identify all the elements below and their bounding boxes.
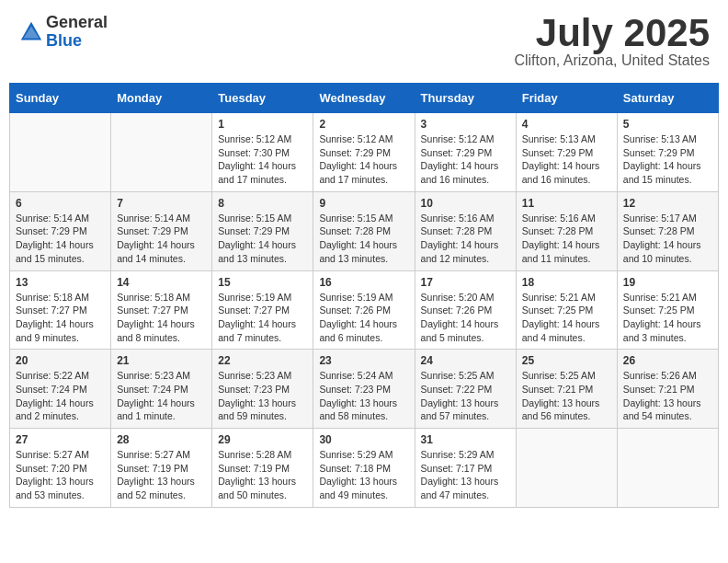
day-info: Sunrise: 5:23 AMSunset: 7:23 PMDaylight:… xyxy=(218,369,307,423)
weekday-header-row: SundayMondayTuesdayWednesdayThursdayFrid… xyxy=(10,84,719,113)
calendar-cell: 28Sunrise: 5:27 AMSunset: 7:19 PMDayligh… xyxy=(111,429,212,508)
day-info: Sunrise: 5:12 AMSunset: 7:29 PMDaylight:… xyxy=(421,132,510,187)
day-number: 18 xyxy=(522,276,611,289)
day-number: 20 xyxy=(16,354,105,367)
day-info: Sunrise: 5:23 AMSunset: 7:24 PMDaylight:… xyxy=(117,369,206,423)
day-info: Sunrise: 5:19 AMSunset: 7:26 PMDaylight:… xyxy=(319,291,408,345)
calendar-cell: 16Sunrise: 5:19 AMSunset: 7:26 PMDayligh… xyxy=(313,270,415,350)
day-number: 22 xyxy=(218,354,307,367)
day-info: Sunrise: 5:28 AMSunset: 7:19 PMDaylight:… xyxy=(218,448,307,502)
day-number: 24 xyxy=(421,354,510,367)
day-info: Sunrise: 5:13 AMSunset: 7:29 PMDaylight:… xyxy=(522,132,611,187)
weekday-header-sunday: Sunday xyxy=(10,84,111,113)
day-number: 3 xyxy=(421,118,510,131)
day-number: 28 xyxy=(117,433,206,446)
day-number: 10 xyxy=(421,197,510,210)
title-block: July 2025 Clifton, Arizona, United State… xyxy=(514,14,710,69)
day-number: 4 xyxy=(522,118,611,131)
calendar-cell: 31Sunrise: 5:29 AMSunset: 7:17 PMDayligh… xyxy=(415,429,516,508)
day-info: Sunrise: 5:17 AMSunset: 7:28 PMDaylight:… xyxy=(623,212,712,266)
day-info: Sunrise: 5:21 AMSunset: 7:25 PMDaylight:… xyxy=(522,291,611,345)
calendar-cell: 18Sunrise: 5:21 AMSunset: 7:25 PMDayligh… xyxy=(516,270,617,350)
day-info: Sunrise: 5:21 AMSunset: 7:25 PMDaylight:… xyxy=(623,291,712,345)
week-row-5: 27Sunrise: 5:27 AMSunset: 7:20 PMDayligh… xyxy=(10,429,719,508)
calendar-cell: 14Sunrise: 5:18 AMSunset: 7:27 PMDayligh… xyxy=(111,270,212,350)
day-number: 13 xyxy=(16,276,105,289)
day-info: Sunrise: 5:19 AMSunset: 7:27 PMDaylight:… xyxy=(218,291,307,345)
day-info: Sunrise: 5:22 AMSunset: 7:24 PMDaylight:… xyxy=(16,369,105,423)
calendar-cell: 9Sunrise: 5:15 AMSunset: 7:28 PMDaylight… xyxy=(313,191,415,270)
day-number: 7 xyxy=(117,197,206,210)
day-info: Sunrise: 5:24 AMSunset: 7:23 PMDaylight:… xyxy=(319,369,408,423)
calendar-cell: 2Sunrise: 5:12 AMSunset: 7:29 PMDaylight… xyxy=(313,113,415,192)
calendar-cell: 11Sunrise: 5:16 AMSunset: 7:28 PMDayligh… xyxy=(516,191,617,270)
week-row-1: 1Sunrise: 5:12 AMSunset: 7:30 PMDaylight… xyxy=(10,113,719,192)
calendar-cell: 24Sunrise: 5:25 AMSunset: 7:22 PMDayligh… xyxy=(415,350,516,429)
calendar-cell xyxy=(617,429,718,508)
day-number: 27 xyxy=(16,433,105,446)
calendar-cell: 26Sunrise: 5:26 AMSunset: 7:21 PMDayligh… xyxy=(617,350,718,429)
calendar-cell: 20Sunrise: 5:22 AMSunset: 7:24 PMDayligh… xyxy=(10,350,111,429)
calendar-cell: 23Sunrise: 5:24 AMSunset: 7:23 PMDayligh… xyxy=(313,350,415,429)
calendar-cell: 8Sunrise: 5:15 AMSunset: 7:29 PMDaylight… xyxy=(212,191,313,270)
day-number: 31 xyxy=(421,433,510,446)
calendar-cell: 13Sunrise: 5:18 AMSunset: 7:27 PMDayligh… xyxy=(10,270,111,350)
day-info: Sunrise: 5:27 AMSunset: 7:19 PMDaylight:… xyxy=(117,448,206,502)
logo-text: General Blue xyxy=(46,14,108,51)
day-number: 29 xyxy=(218,433,307,446)
day-number: 11 xyxy=(522,197,611,210)
week-row-3: 13Sunrise: 5:18 AMSunset: 7:27 PMDayligh… xyxy=(10,270,719,350)
day-number: 8 xyxy=(218,197,307,210)
week-row-4: 20Sunrise: 5:22 AMSunset: 7:24 PMDayligh… xyxy=(10,350,719,429)
day-number: 26 xyxy=(623,354,712,367)
day-number: 30 xyxy=(319,433,408,446)
day-info: Sunrise: 5:12 AMSunset: 7:30 PMDaylight:… xyxy=(218,132,307,187)
day-number: 16 xyxy=(319,276,408,289)
day-info: Sunrise: 5:25 AMSunset: 7:21 PMDaylight:… xyxy=(522,369,611,423)
calendar-cell: 3Sunrise: 5:12 AMSunset: 7:29 PMDaylight… xyxy=(415,113,516,192)
day-info: Sunrise: 5:15 AMSunset: 7:29 PMDaylight:… xyxy=(218,212,307,266)
logo-icon xyxy=(18,19,44,45)
day-number: 19 xyxy=(623,276,712,289)
weekday-header-thursday: Thursday xyxy=(415,84,516,113)
day-info: Sunrise: 5:14 AMSunset: 7:29 PMDaylight:… xyxy=(16,212,105,266)
day-number: 17 xyxy=(421,276,510,289)
calendar-cell: 25Sunrise: 5:25 AMSunset: 7:21 PMDayligh… xyxy=(516,350,617,429)
day-number: 6 xyxy=(16,197,105,210)
calendar-cell: 4Sunrise: 5:13 AMSunset: 7:29 PMDaylight… xyxy=(516,113,617,192)
day-info: Sunrise: 5:14 AMSunset: 7:29 PMDaylight:… xyxy=(117,212,206,266)
day-info: Sunrise: 5:15 AMSunset: 7:28 PMDaylight:… xyxy=(319,212,408,266)
calendar-cell: 30Sunrise: 5:29 AMSunset: 7:18 PMDayligh… xyxy=(313,429,415,508)
logo: General Blue xyxy=(18,14,108,51)
calendar-cell: 27Sunrise: 5:27 AMSunset: 7:20 PMDayligh… xyxy=(10,429,111,508)
day-info: Sunrise: 5:25 AMSunset: 7:22 PMDaylight:… xyxy=(421,369,510,423)
day-info: Sunrise: 5:16 AMSunset: 7:28 PMDaylight:… xyxy=(522,212,611,266)
day-info: Sunrise: 5:29 AMSunset: 7:18 PMDaylight:… xyxy=(319,448,408,502)
day-info: Sunrise: 5:20 AMSunset: 7:26 PMDaylight:… xyxy=(421,291,510,345)
calendar-cell: 6Sunrise: 5:14 AMSunset: 7:29 PMDaylight… xyxy=(10,191,111,270)
day-number: 2 xyxy=(319,118,408,131)
calendar-cell: 1Sunrise: 5:12 AMSunset: 7:30 PMDaylight… xyxy=(212,113,313,192)
day-number: 14 xyxy=(117,276,206,289)
calendar-cell xyxy=(111,113,212,192)
day-number: 5 xyxy=(623,118,712,131)
calendar-cell xyxy=(516,429,617,508)
day-number: 9 xyxy=(319,197,408,210)
weekday-header-friday: Friday xyxy=(516,84,617,113)
day-info: Sunrise: 5:18 AMSunset: 7:27 PMDaylight:… xyxy=(16,291,105,345)
weekday-header-wednesday: Wednesday xyxy=(313,84,415,113)
day-info: Sunrise: 5:18 AMSunset: 7:27 PMDaylight:… xyxy=(117,291,206,345)
logo-blue: Blue xyxy=(46,31,82,50)
day-info: Sunrise: 5:27 AMSunset: 7:20 PMDaylight:… xyxy=(16,448,105,502)
day-info: Sunrise: 5:29 AMSunset: 7:17 PMDaylight:… xyxy=(421,448,510,502)
day-number: 23 xyxy=(319,354,408,367)
month-title: July 2025 xyxy=(514,14,710,52)
day-info: Sunrise: 5:12 AMSunset: 7:29 PMDaylight:… xyxy=(319,132,408,187)
calendar-cell: 7Sunrise: 5:14 AMSunset: 7:29 PMDaylight… xyxy=(111,191,212,270)
weekday-header-tuesday: Tuesday xyxy=(212,84,313,113)
calendar-cell: 21Sunrise: 5:23 AMSunset: 7:24 PMDayligh… xyxy=(111,350,212,429)
calendar-cell: 29Sunrise: 5:28 AMSunset: 7:19 PMDayligh… xyxy=(212,429,313,508)
weekday-header-monday: Monday xyxy=(111,84,212,113)
day-number: 25 xyxy=(522,354,611,367)
calendar-cell: 22Sunrise: 5:23 AMSunset: 7:23 PMDayligh… xyxy=(212,350,313,429)
